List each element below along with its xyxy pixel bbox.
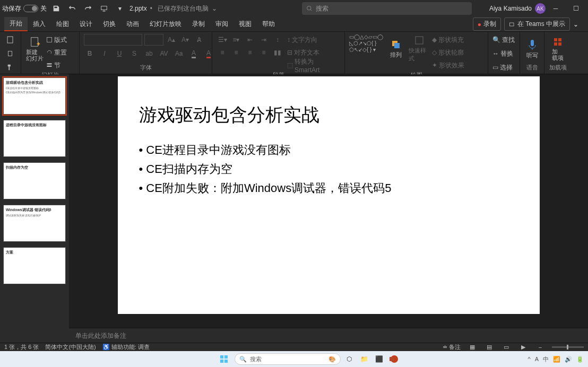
tray-volume-icon[interactable]: 🔊: [565, 356, 572, 363]
thumbnail-4[interactable]: Windows调试器 错误代码5 调试器附加失败 进程已被保护: [3, 205, 66, 242]
slide-editor[interactable]: 游戏驱动包含分析实战 CE进程目录中游戏没有图标 CE扫描内存为空 CE附加失败…: [69, 74, 588, 328]
qat-dropdown-icon[interactable]: ▾: [114, 2, 126, 15]
layout-button[interactable]: 版式: [46, 34, 75, 46]
tab-transitions[interactable]: 切换: [98, 18, 121, 31]
font-family-select[interactable]: [84, 34, 142, 46]
tab-draw[interactable]: 绘图: [51, 18, 74, 31]
normal-view-icon[interactable]: ▦: [467, 344, 478, 351]
thumbnail-5[interactable]: 方案: [3, 247, 66, 284]
clear-format-icon[interactable]: A̷: [193, 34, 205, 46]
zoom-slider[interactable]: [552, 346, 584, 348]
search-box[interactable]: 搜索: [302, 2, 472, 15]
tab-design[interactable]: 设计: [74, 18, 98, 31]
slide-title[interactable]: 游戏驱动包含分析实战: [139, 103, 518, 127]
columns-icon[interactable]: ▮▮: [272, 47, 283, 58]
font-size-select[interactable]: [144, 34, 163, 46]
increase-font-icon[interactable]: A▴: [166, 34, 177, 46]
accessibility-status[interactable]: ♿ 辅助功能: 调查: [102, 343, 150, 351]
tab-home[interactable]: 开始: [4, 17, 28, 31]
language-status[interactable]: 简体中文(中国大陆): [45, 343, 96, 351]
indent-left-icon[interactable]: ⇤: [244, 34, 256, 46]
select-button[interactable]: ▭ 选择: [492, 62, 519, 73]
strike-button[interactable]: S: [128, 48, 140, 59]
quick-styles-button[interactable]: 快速样式: [409, 34, 430, 64]
tab-record[interactable]: 录制: [187, 18, 210, 31]
dictate-button[interactable]: 听写: [524, 34, 540, 64]
tab-review[interactable]: 审阅: [210, 18, 234, 31]
tray-lang-icon[interactable]: A: [535, 356, 539, 362]
clipboard-icon[interactable]: [4, 48, 16, 59]
start-button[interactable]: [217, 353, 231, 365]
shapes-gallery[interactable]: ▭◯△◇▱▭◯ ◺⬡↗↘⬠{ } ⬠↖↙◇{ } ▾: [349, 34, 383, 53]
autosave-toggle[interactable]: 动保存 关: [2, 4, 47, 13]
notes-pane[interactable]: 单击此处添加备注: [69, 328, 588, 343]
shadow-button[interactable]: ab: [143, 48, 155, 59]
teams-present-button[interactable]: 在 Teams 中展示: [504, 18, 570, 31]
user-account[interactable]: Aiya Kamisado AK: [489, 3, 546, 14]
tab-help[interactable]: 帮助: [257, 18, 280, 31]
taskbar-explorer-icon[interactable]: 📁: [358, 353, 370, 365]
arrange-button[interactable]: 排列: [385, 34, 407, 64]
replace-button[interactable]: ↔ 替换: [492, 48, 519, 59]
find-button[interactable]: 🔍 查找: [492, 34, 519, 46]
tray-chevron-icon[interactable]: ^: [528, 356, 530, 362]
shape-fill-button[interactable]: ◆ 形状填充: [432, 34, 470, 46]
char-spacing-icon[interactable]: AV: [158, 48, 170, 59]
notes-toggle[interactable]: ≐ 备注: [443, 343, 461, 351]
thumbnail-3[interactable]: 扫描内存为空: [3, 162, 66, 199]
thumbnail-2[interactable]: 进程目录中游戏没有图标: [3, 120, 66, 157]
align-center-icon[interactable]: ≡: [230, 47, 242, 58]
tab-slideshow[interactable]: 幻灯片放映: [144, 18, 187, 31]
slideshow-view-icon[interactable]: ▶: [518, 344, 529, 351]
change-case-icon[interactable]: Aa: [173, 48, 185, 59]
format-painter-icon[interactable]: [4, 62, 16, 73]
bullet-1[interactable]: CE进程目录中游戏没有图标: [139, 142, 518, 158]
smartart-button[interactable]: ⬚ 转换为 SmartArt: [287, 59, 340, 71]
underline-button[interactable]: U: [114, 48, 125, 59]
justify-icon[interactable]: ≡: [258, 47, 270, 58]
italic-button[interactable]: I: [99, 48, 110, 59]
section-button[interactable]: 节: [46, 59, 75, 71]
maximize-button[interactable]: ☐: [566, 1, 586, 16]
numbering-icon[interactable]: ≡▾: [230, 34, 242, 46]
slide-canvas[interactable]: 游戏驱动包含分析实战 CE进程目录中游戏没有图标 CE扫描内存为空 CE附加失败…: [118, 76, 540, 314]
collapse-ribbon-icon[interactable]: ⌄: [573, 21, 584, 28]
indent-right-icon[interactable]: ⇥: [258, 34, 270, 46]
undo-icon[interactable]: [66, 2, 79, 15]
slide-content[interactable]: CE进程目录中游戏没有图标 CE扫描内存为空 CE附加失败：附加Windows调…: [139, 142, 518, 196]
taskbar-app-icon[interactable]: ⬛: [373, 353, 385, 365]
tray-battery-icon[interactable]: 🔋: [576, 356, 584, 363]
system-tray[interactable]: ^ A 中 📶 🔊 🔋: [528, 355, 584, 363]
paste-button[interactable]: [4, 34, 16, 46]
tab-view[interactable]: 视图: [234, 18, 257, 31]
file-name[interactable]: 2.pptx: [129, 5, 147, 12]
bullet-3[interactable]: CE附加失败：附加Windows调试器，错误代码5: [139, 180, 518, 196]
taskbar-copilot-icon[interactable]: ⬡: [343, 353, 356, 365]
thumbnail-1[interactable]: 游戏驱动包含分析实战 CE进程目录中游戏没有图标 CE扫描内存为空 附加Wind…: [3, 77, 66, 115]
line-spacing-icon[interactable]: ↕: [272, 34, 283, 46]
tray-wifi-icon[interactable]: 📶: [553, 356, 560, 363]
bullets-icon[interactable]: ☰▾: [217, 34, 228, 46]
tray-ime-icon[interactable]: 中: [543, 355, 549, 363]
slide-thumbnails-panel[interactable]: 游戏驱动包含分析实战 CE进程目录中游戏没有图标 CE扫描内存为空 附加Wind…: [0, 74, 69, 343]
shape-effects-button[interactable]: ✦ 形状效果: [432, 59, 470, 71]
reading-view-icon[interactable]: ▭: [501, 344, 512, 351]
record-button[interactable]: ●录制: [473, 18, 501, 31]
slide-counter[interactable]: 1 张，共 6 张: [4, 343, 39, 351]
shape-outline-button[interactable]: ◇ 形状轮廓: [432, 47, 470, 58]
tab-animations[interactable]: 动画: [121, 18, 144, 31]
text-direction-button[interactable]: ↕ 文字方向: [287, 34, 340, 46]
align-left-icon[interactable]: ≡: [217, 47, 228, 58]
new-slide-button[interactable]: 新建 幻灯片: [25, 34, 44, 64]
decrease-font-icon[interactable]: A▾: [179, 34, 191, 46]
zoom-out-icon[interactable]: −: [535, 344, 546, 351]
bold-button[interactable]: B: [84, 48, 96, 59]
toggle-switch[interactable]: [23, 5, 38, 12]
minimize-button[interactable]: ─: [546, 1, 566, 16]
tab-insert[interactable]: 插入: [28, 18, 51, 31]
taskbar-powerpoint-icon[interactable]: [387, 353, 400, 365]
reset-button[interactable]: 重置: [46, 47, 75, 58]
sorter-view-icon[interactable]: ▤: [484, 344, 495, 351]
taskbar-search[interactable]: 🔍 搜索🎨: [235, 353, 341, 365]
save-icon[interactable]: [50, 2, 63, 15]
